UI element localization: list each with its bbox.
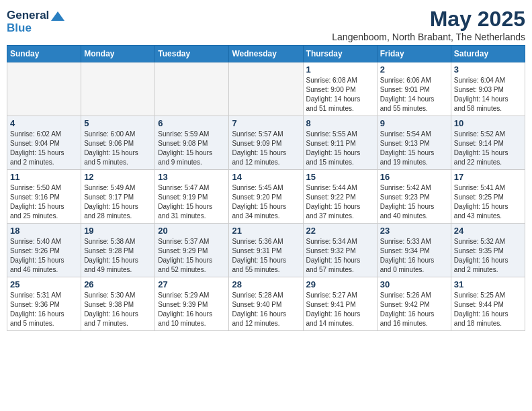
calendar-cell: 17Sunrise: 5:41 AMSunset: 9:25 PMDayligh…: [451, 170, 525, 224]
calendar-cell: 19Sunrise: 5:38 AMSunset: 9:28 PMDayligh…: [81, 224, 155, 277]
calendar-cell: 24Sunrise: 5:32 AMSunset: 9:35 PMDayligh…: [451, 224, 525, 277]
day-info: Sunrise: 5:33 AMSunset: 9:34 PMDaylight:…: [380, 237, 448, 275]
day-info: Sunrise: 5:49 AMSunset: 9:17 PMDaylight:…: [84, 183, 152, 221]
calendar-cell: 13Sunrise: 5:47 AMSunset: 9:19 PMDayligh…: [155, 170, 229, 224]
day-number: 6: [158, 118, 226, 128]
day-number: 14: [232, 172, 300, 182]
calendar-cell: 14Sunrise: 5:45 AMSunset: 9:20 PMDayligh…: [229, 170, 303, 224]
day-number: 2: [380, 64, 448, 75]
day-info: Sunrise: 5:37 AMSunset: 9:29 PMDaylight:…: [158, 237, 226, 275]
title-area: May 2025 Langenboom, North Brabant, The …: [332, 7, 525, 42]
calendar-cell: 10Sunrise: 5:52 AMSunset: 9:14 PMDayligh…: [451, 116, 525, 170]
day-info: Sunrise: 5:38 AMSunset: 9:28 PMDaylight:…: [84, 237, 152, 275]
weekday-header-thursday: Thursday: [303, 46, 377, 62]
day-info: Sunrise: 5:36 AMSunset: 9:31 PMDaylight:…: [232, 237, 300, 275]
day-number: 13: [158, 172, 226, 182]
day-number: 12: [84, 172, 152, 182]
calendar-cell: 9Sunrise: 5:54 AMSunset: 9:13 PMDaylight…: [377, 116, 451, 170]
day-number: 4: [10, 118, 78, 128]
day-info: Sunrise: 6:00 AMSunset: 9:06 PMDaylight:…: [84, 130, 152, 167]
month-title: May 2025: [332, 7, 525, 32]
calendar-cell: 7Sunrise: 5:57 AMSunset: 9:09 PMDaylight…: [229, 116, 303, 170]
weekday-header-sunday: Sunday: [7, 46, 81, 62]
day-info: Sunrise: 5:30 AMSunset: 9:38 PMDaylight:…: [84, 291, 152, 328]
calendar-cell: 15Sunrise: 5:44 AMSunset: 9:22 PMDayligh…: [303, 170, 377, 224]
day-number: 3: [454, 64, 522, 75]
week-row-5: 25Sunrise: 5:31 AMSunset: 9:36 PMDayligh…: [7, 277, 525, 331]
day-number: 29: [306, 279, 374, 289]
day-info: Sunrise: 5:52 AMSunset: 9:14 PMDaylight:…: [454, 130, 522, 167]
calendar-cell: 11Sunrise: 5:50 AMSunset: 9:16 PMDayligh…: [7, 170, 81, 224]
calendar-cell: [155, 62, 229, 116]
day-info: Sunrise: 5:31 AMSunset: 9:36 PMDaylight:…: [10, 291, 78, 328]
calendar-cell: 4Sunrise: 6:02 AMSunset: 9:04 PMDaylight…: [7, 116, 81, 170]
calendar-cell: 3Sunrise: 6:04 AMSunset: 9:03 PMDaylight…: [451, 62, 525, 116]
calendar-cell: 2Sunrise: 6:06 AMSunset: 9:01 PMDaylight…: [377, 62, 451, 116]
day-number: 7: [232, 118, 300, 128]
day-number: 10: [454, 118, 522, 128]
day-number: 28: [232, 279, 300, 289]
calendar-cell: 25Sunrise: 5:31 AMSunset: 9:36 PMDayligh…: [7, 277, 81, 331]
weekday-header-friday: Friday: [377, 46, 451, 62]
calendar-cell: 18Sunrise: 5:40 AMSunset: 9:26 PMDayligh…: [7, 224, 81, 277]
day-number: 31: [454, 279, 522, 289]
calendar-cell: 23Sunrise: 5:33 AMSunset: 9:34 PMDayligh…: [377, 224, 451, 277]
day-number: 17: [454, 172, 522, 182]
week-row-2: 4Sunrise: 6:02 AMSunset: 9:04 PMDaylight…: [7, 116, 525, 170]
day-info: Sunrise: 5:34 AMSunset: 9:32 PMDaylight:…: [306, 237, 374, 275]
day-info: Sunrise: 5:50 AMSunset: 9:16 PMDaylight:…: [10, 183, 78, 221]
day-info: Sunrise: 5:29 AMSunset: 9:39 PMDaylight:…: [158, 291, 226, 328]
weekday-header-saturday: Saturday: [451, 46, 525, 62]
weekday-header-tuesday: Tuesday: [155, 46, 229, 62]
calendar-cell: 8Sunrise: 5:55 AMSunset: 9:11 PMDaylight…: [303, 116, 377, 170]
day-info: Sunrise: 5:59 AMSunset: 9:08 PMDaylight:…: [158, 130, 226, 167]
day-number: 23: [380, 226, 448, 236]
day-number: 18: [10, 226, 78, 236]
day-info: Sunrise: 5:40 AMSunset: 9:26 PMDaylight:…: [10, 237, 78, 275]
calendar-cell: [229, 62, 303, 116]
day-info: Sunrise: 5:47 AMSunset: 9:19 PMDaylight:…: [158, 183, 226, 221]
day-number: 5: [84, 118, 152, 128]
day-info: Sunrise: 6:06 AMSunset: 9:01 PMDaylight:…: [380, 76, 448, 113]
page-header: General Blue May 2025 Langenboom, North …: [7, 7, 525, 42]
weekday-header-row: SundayMondayTuesdayWednesdayThursdayFrid…: [7, 46, 525, 62]
day-info: Sunrise: 5:44 AMSunset: 9:22 PMDaylight:…: [306, 183, 374, 221]
day-number: 21: [232, 226, 300, 236]
logo-general: General: [7, 9, 64, 22]
logo-blue: Blue: [7, 22, 64, 35]
calendar-cell: 20Sunrise: 5:37 AMSunset: 9:29 PMDayligh…: [155, 224, 229, 277]
calendar-cell: 6Sunrise: 5:59 AMSunset: 9:08 PMDaylight…: [155, 116, 229, 170]
day-number: 8: [306, 118, 374, 128]
calendar-cell: 31Sunrise: 5:25 AMSunset: 9:44 PMDayligh…: [451, 277, 525, 331]
day-number: 25: [10, 279, 78, 289]
day-info: Sunrise: 6:04 AMSunset: 9:03 PMDaylight:…: [454, 76, 522, 113]
day-number: 24: [454, 226, 522, 236]
calendar-cell: 5Sunrise: 6:00 AMSunset: 9:06 PMDaylight…: [81, 116, 155, 170]
weekday-header-monday: Monday: [81, 46, 155, 62]
calendar-cell: 16Sunrise: 5:42 AMSunset: 9:23 PMDayligh…: [377, 170, 451, 224]
day-info: Sunrise: 5:54 AMSunset: 9:13 PMDaylight:…: [380, 130, 448, 167]
calendar-cell: 30Sunrise: 5:26 AMSunset: 9:42 PMDayligh…: [377, 277, 451, 331]
week-row-3: 11Sunrise: 5:50 AMSunset: 9:16 PMDayligh…: [7, 170, 525, 224]
day-info: Sunrise: 5:32 AMSunset: 9:35 PMDaylight:…: [454, 237, 522, 275]
day-info: Sunrise: 5:26 AMSunset: 9:42 PMDaylight:…: [380, 291, 448, 328]
day-info: Sunrise: 6:02 AMSunset: 9:04 PMDaylight:…: [10, 130, 78, 167]
day-number: 11: [10, 172, 78, 182]
day-number: 27: [158, 279, 226, 289]
calendar-cell: [81, 62, 155, 116]
day-info: Sunrise: 5:55 AMSunset: 9:11 PMDaylight:…: [306, 130, 374, 167]
day-info: Sunrise: 5:25 AMSunset: 9:44 PMDaylight:…: [454, 291, 522, 328]
day-number: 9: [380, 118, 448, 128]
day-number: 30: [380, 279, 448, 289]
day-info: Sunrise: 6:08 AMSunset: 9:00 PMDaylight:…: [306, 76, 374, 113]
day-number: 19: [84, 226, 152, 236]
day-info: Sunrise: 5:27 AMSunset: 9:41 PMDaylight:…: [306, 291, 374, 328]
calendar-cell: [7, 62, 81, 116]
calendar-cell: 21Sunrise: 5:36 AMSunset: 9:31 PMDayligh…: [229, 224, 303, 277]
day-number: 1: [306, 64, 374, 75]
day-number: 15: [306, 172, 374, 182]
day-number: 22: [306, 226, 374, 236]
day-info: Sunrise: 5:42 AMSunset: 9:23 PMDaylight:…: [380, 183, 448, 221]
location-title: Langenboom, North Brabant, The Netherlan…: [332, 32, 525, 42]
calendar-cell: 26Sunrise: 5:30 AMSunset: 9:38 PMDayligh…: [81, 277, 155, 331]
